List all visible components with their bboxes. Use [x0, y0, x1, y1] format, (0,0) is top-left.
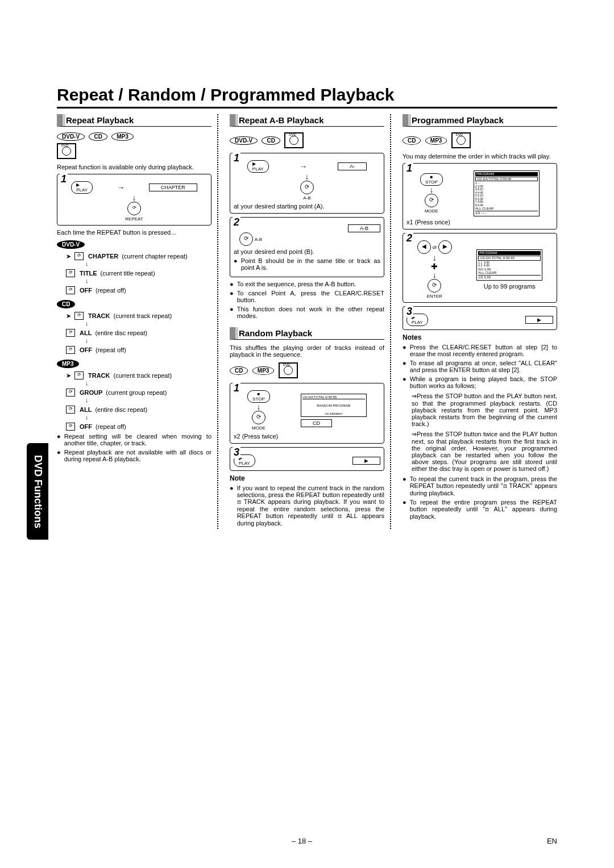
random-note-head: Note [230, 474, 384, 482]
tag-mp3: MP3 [252, 366, 275, 375]
mode-button-icon: ⟳ [425, 194, 438, 207]
repeat-intro: Repeat function is available only during… [57, 164, 211, 170]
bullet-icon: ● [230, 290, 234, 303]
mode-desc: (current chapter repeat) [122, 253, 188, 260]
list-item: ⟳ TITLE (current title repeat) [66, 269, 211, 277]
repeat-list-dvd: DVD-V ➤ ⟳ CHAPTER (current chapter repea… [57, 239, 211, 294]
page-title: Repeat / Random / Programmed Playback [57, 85, 557, 108]
ab-subnote: ● Point B should be in the same title or… [234, 257, 380, 271]
mode-label: TRACK [88, 372, 110, 379]
ab-note-1: ●To exit the sequence, press the A-B but… [230, 281, 384, 287]
list-item: ⟳ OFF (repeat off) [66, 423, 211, 431]
bullet-icon: ● [403, 499, 406, 520]
mode-label: ALL [80, 406, 92, 413]
play-button-icon: ▶PLAY [247, 160, 269, 173]
tag-dvd-disc [57, 143, 76, 159]
tag-mp3: MP3 [425, 136, 447, 145]
ab-button-icon: ⟳ [300, 181, 314, 194]
tag-cd: CD [403, 136, 421, 145]
prog-note-4: ●To repeat the current track in the prog… [403, 475, 557, 496]
tag-cd: CD [89, 132, 107, 141]
repeat-icon: ⟳ [74, 372, 84, 379]
arrow-icon: ➤ [66, 372, 71, 379]
list-item: ➤ ⟳ CHAPTER (current chapter repeat) [66, 252, 211, 260]
step-num: 1 [233, 152, 240, 164]
list-item: ⟳ ALL (entire disc repeat) [66, 329, 211, 337]
repeat-button-icon: ⟳ [127, 202, 141, 215]
mode-label: OFF [80, 287, 92, 294]
repeat-note-2: ● Repeat playback are not available with… [57, 449, 211, 462]
repeat-icon: ⟳ [66, 423, 75, 431]
repeat-icon: ⟳ [66, 286, 75, 294]
prog-caption-2: Up to 99 programs [476, 283, 542, 290]
mode-label: TITLE [80, 270, 97, 277]
step-num: 1 [405, 162, 413, 174]
section-head-repeat: Repeat Playback [57, 114, 211, 127]
step-num: 1 [60, 173, 68, 185]
tag-dvdv-dark: DVD-V [57, 240, 85, 249]
arrow-down-icon: ↓ [85, 397, 211, 403]
ab-diagram-2: 2 A-B ⟳ A-B at your desired end point (B… [230, 217, 384, 277]
ab-button-icon: ⟳ [239, 232, 253, 246]
mode-label: GROUP [80, 389, 102, 396]
osd-play: ▶ [525, 316, 553, 324]
repeat-label: REPEAT [125, 216, 143, 222]
mode-desc: (entire disc repeat) [95, 329, 147, 336]
cursor-left-icon: ◀ [417, 240, 431, 254]
arrow-down-icon: ↓ [85, 260, 211, 267]
arrow-icon: ➤ [66, 312, 71, 320]
ab-caption-1: at your desired starting point (A). [234, 203, 380, 210]
prog-caption-1: x1 (Press once) [406, 219, 553, 226]
arrow-down-icon: ↓ [85, 320, 211, 327]
prog-diagram-1: 1 ■STOP ↓ ⟳ MODE PROGRAM CD-DA TOTAL 0:0… [403, 163, 557, 229]
prog-subnote-1: ⇒Press the STOP button and the PLAY butt… [412, 393, 557, 427]
prog-subnote-2: ⇒Press the STOP button twice and the PLA… [412, 431, 557, 472]
prog-intro: You may determine the order in which tra… [403, 153, 557, 160]
col-repeat: Repeat Playback DVD-V CD MP3 Repeat func… [57, 114, 218, 529]
cursor-right-icon: ▶ [438, 240, 452, 254]
repeat-list-mp3: MP3 ➤ ⟳ TRACK (current track repeat) ↓ ⟳… [57, 358, 211, 431]
list-item: ⟳ OFF (repeat off) [66, 286, 211, 294]
tag-dvd-disc [284, 132, 304, 148]
repeat-icon: ⟳ [66, 269, 75, 277]
page-number: – 18 – [292, 837, 312, 845]
repeat-icon: ⟳ [66, 406, 75, 414]
osd-cd: CD [301, 419, 332, 427]
mode-desc: (repeat off) [96, 287, 126, 294]
arrow-icon: → [117, 183, 125, 191]
mode-label: MODE [252, 425, 265, 431]
mode-desc: (current title repeat) [101, 270, 155, 277]
prog-note-5: ●To repeat the entire program press the … [403, 499, 557, 520]
step-num: 3 [233, 446, 240, 458]
col-programmed: Programmed Playback CD MP3 You may deter… [403, 114, 557, 529]
tag-mp3-dark: MP3 [57, 360, 79, 368]
mode-label: TRACK [88, 312, 110, 319]
tag-mp3: MP3 [111, 132, 134, 141]
bullet-icon: ● [403, 360, 406, 373]
tag-dvd-disc [451, 132, 471, 148]
tag-cd: CD [262, 136, 280, 145]
arrow-down-icon: ↓ [85, 414, 211, 420]
mode-button-icon: ⟳ [252, 411, 265, 424]
step-num: 2 [233, 216, 240, 228]
osd-ab: A-B [348, 224, 380, 232]
bullet-icon: ● [403, 344, 406, 357]
random-caption-1: x2 (Press twice) [234, 433, 380, 440]
osd-a: A- [338, 162, 367, 170]
ab-note-3: ●This function does not work in the othe… [230, 306, 384, 319]
enter-label: ENTER [427, 294, 442, 299]
bullet-icon: ● [403, 375, 406, 389]
arrow-down-icon: ↓ [433, 253, 437, 262]
list-item: ⟳ GROUP (current group repeat) [66, 389, 211, 397]
play-button-icon: ▶PLAY [71, 181, 93, 194]
random-screen: CD-DA TOTAL 0:45:55 RANDOM PROGRAM –no i… [301, 394, 367, 418]
prog-note-3: ●While a program is being played back, t… [403, 375, 557, 389]
repeat-icon: ⟳ [66, 329, 75, 337]
prog-screen-1: PROGRAM CD-DA TOTAL 0:00:00 1 - - 2 3:30… [474, 170, 540, 216]
arrow-down-icon: ↓ [132, 193, 136, 202]
repeat-icon: ⟳ [74, 312, 84, 320]
side-tab: DVD Functions [27, 443, 48, 540]
osd-chapter: CHAPTER [149, 183, 197, 191]
enter-button-icon: ⟳ [428, 279, 441, 293]
section-head-random: Random Playback [230, 327, 384, 340]
